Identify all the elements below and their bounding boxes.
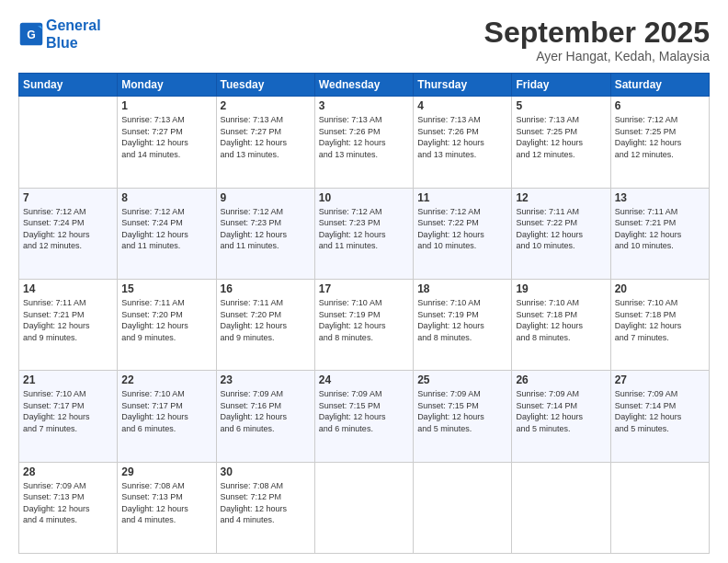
cell-info: Sunrise: 7:11 AM Sunset: 7:20 PM Dayligh… (221, 297, 311, 343)
day-number: 19 (516, 282, 606, 295)
col-header-saturday: Saturday (610, 74, 709, 97)
calendar-cell: 26Sunrise: 7:09 AM Sunset: 7:14 PM Dayli… (512, 371, 610, 462)
calendar-cell: 20Sunrise: 7:10 AM Sunset: 7:18 PM Dayli… (610, 279, 709, 370)
day-number: 21 (23, 373, 113, 386)
cell-info: Sunrise: 7:13 AM Sunset: 7:27 PM Dayligh… (221, 114, 311, 160)
day-number: 13 (615, 191, 705, 204)
calendar-cell: 15Sunrise: 7:11 AM Sunset: 7:20 PM Dayli… (118, 279, 216, 370)
cell-info: Sunrise: 7:09 AM Sunset: 7:14 PM Dayligh… (615, 388, 705, 434)
calendar-week-row: 28Sunrise: 7:09 AM Sunset: 7:13 PM Dayli… (19, 462, 710, 553)
calendar-cell: 30Sunrise: 7:08 AM Sunset: 7:12 PM Dayli… (216, 462, 314, 553)
calendar-cell (610, 462, 709, 553)
calendar-cell: 24Sunrise: 7:09 AM Sunset: 7:15 PM Dayli… (314, 371, 413, 462)
logo: G General Blue (18, 17, 101, 52)
page: G General Blue September 2025 Ayer Hanga… (0, 0, 728, 563)
cell-info: Sunrise: 7:12 AM Sunset: 7:23 PM Dayligh… (221, 206, 311, 252)
header: G General Blue September 2025 Ayer Hanga… (18, 17, 710, 63)
calendar-cell (414, 462, 512, 553)
day-number: 17 (319, 282, 409, 295)
day-number: 26 (516, 373, 606, 386)
cell-info: Sunrise: 7:12 AM Sunset: 7:25 PM Dayligh… (615, 114, 705, 160)
day-number: 27 (615, 373, 705, 386)
day-number: 8 (121, 191, 211, 204)
cell-info: Sunrise: 7:12 AM Sunset: 7:22 PM Dayligh… (417, 206, 507, 252)
calendar-cell (19, 97, 118, 188)
cell-info: Sunrise: 7:12 AM Sunset: 7:24 PM Dayligh… (121, 206, 211, 252)
calendar-header-row: SundayMondayTuesdayWednesdayThursdayFrid… (19, 74, 710, 97)
calendar-cell: 14Sunrise: 7:11 AM Sunset: 7:21 PM Dayli… (19, 279, 118, 370)
cell-info: Sunrise: 7:10 AM Sunset: 7:18 PM Dayligh… (516, 297, 606, 343)
cell-info: Sunrise: 7:12 AM Sunset: 7:23 PM Dayligh… (319, 206, 409, 252)
cell-info: Sunrise: 7:11 AM Sunset: 7:20 PM Dayligh… (121, 297, 211, 343)
logo-icon: G (18, 21, 44, 47)
col-header-monday: Monday (118, 74, 216, 97)
day-number: 20 (615, 282, 705, 295)
location: Ayer Hangat, Kedah, Malaysia (484, 49, 710, 63)
calendar-cell: 1Sunrise: 7:13 AM Sunset: 7:27 PM Daylig… (118, 97, 216, 188)
day-number: 5 (516, 99, 606, 112)
col-header-wednesday: Wednesday (314, 74, 413, 97)
day-number: 7 (23, 191, 113, 204)
calendar-cell: 2Sunrise: 7:13 AM Sunset: 7:27 PM Daylig… (216, 97, 314, 188)
cell-info: Sunrise: 7:08 AM Sunset: 7:13 PM Dayligh… (121, 480, 211, 526)
calendar-cell: 13Sunrise: 7:11 AM Sunset: 7:21 PM Dayli… (610, 188, 709, 279)
cell-info: Sunrise: 7:13 AM Sunset: 7:27 PM Dayligh… (121, 114, 211, 160)
calendar-cell: 7Sunrise: 7:12 AM Sunset: 7:24 PM Daylig… (19, 188, 118, 279)
cell-info: Sunrise: 7:08 AM Sunset: 7:12 PM Dayligh… (221, 480, 311, 526)
cell-info: Sunrise: 7:12 AM Sunset: 7:24 PM Dayligh… (23, 206, 113, 252)
calendar-cell: 4Sunrise: 7:13 AM Sunset: 7:26 PM Daylig… (414, 97, 512, 188)
day-number: 12 (516, 191, 606, 204)
day-number: 15 (121, 282, 211, 295)
day-number: 2 (221, 99, 311, 112)
cell-info: Sunrise: 7:09 AM Sunset: 7:15 PM Dayligh… (417, 388, 507, 434)
day-number: 14 (23, 282, 113, 295)
cell-info: Sunrise: 7:10 AM Sunset: 7:19 PM Dayligh… (319, 297, 409, 343)
cell-info: Sunrise: 7:09 AM Sunset: 7:16 PM Dayligh… (221, 388, 311, 434)
day-number: 22 (121, 373, 211, 386)
calendar-cell: 11Sunrise: 7:12 AM Sunset: 7:22 PM Dayli… (414, 188, 512, 279)
col-header-sunday: Sunday (19, 74, 118, 97)
day-number: 9 (221, 191, 311, 204)
calendar-cell: 16Sunrise: 7:11 AM Sunset: 7:20 PM Dayli… (216, 279, 314, 370)
cell-info: Sunrise: 7:09 AM Sunset: 7:15 PM Dayligh… (319, 388, 409, 434)
svg-text:G: G (27, 29, 36, 41)
logo-general: General (46, 17, 101, 33)
day-number: 11 (417, 191, 507, 204)
calendar-cell: 12Sunrise: 7:11 AM Sunset: 7:22 PM Dayli… (512, 188, 610, 279)
calendar-cell: 27Sunrise: 7:09 AM Sunset: 7:14 PM Dayli… (610, 371, 709, 462)
title-block: September 2025 Ayer Hangat, Kedah, Malay… (484, 17, 710, 63)
calendar-cell: 22Sunrise: 7:10 AM Sunset: 7:17 PM Dayli… (118, 371, 216, 462)
calendar-week-row: 7Sunrise: 7:12 AM Sunset: 7:24 PM Daylig… (19, 188, 710, 279)
cell-info: Sunrise: 7:10 AM Sunset: 7:18 PM Dayligh… (615, 297, 705, 343)
cell-info: Sunrise: 7:11 AM Sunset: 7:22 PM Dayligh… (516, 206, 606, 252)
day-number: 1 (121, 99, 211, 112)
calendar-cell: 6Sunrise: 7:12 AM Sunset: 7:25 PM Daylig… (610, 97, 709, 188)
day-number: 24 (319, 373, 409, 386)
cell-info: Sunrise: 7:13 AM Sunset: 7:26 PM Dayligh… (417, 114, 507, 160)
calendar-cell: 28Sunrise: 7:09 AM Sunset: 7:13 PM Dayli… (19, 462, 118, 553)
day-number: 16 (221, 282, 311, 295)
calendar-week-row: 21Sunrise: 7:10 AM Sunset: 7:17 PM Dayli… (19, 371, 710, 462)
day-number: 4 (417, 99, 507, 112)
calendar-cell: 25Sunrise: 7:09 AM Sunset: 7:15 PM Dayli… (414, 371, 512, 462)
col-header-thursday: Thursday (414, 74, 512, 97)
cell-info: Sunrise: 7:10 AM Sunset: 7:19 PM Dayligh… (417, 297, 507, 343)
calendar-week-row: 1Sunrise: 7:13 AM Sunset: 7:27 PM Daylig… (19, 97, 710, 188)
calendar-cell: 21Sunrise: 7:10 AM Sunset: 7:17 PM Dayli… (19, 371, 118, 462)
cell-info: Sunrise: 7:11 AM Sunset: 7:21 PM Dayligh… (615, 206, 705, 252)
day-number: 30 (221, 465, 311, 478)
day-number: 6 (615, 99, 705, 112)
calendar-cell: 10Sunrise: 7:12 AM Sunset: 7:23 PM Dayli… (314, 188, 413, 279)
col-header-friday: Friday (512, 74, 610, 97)
calendar-cell: 29Sunrise: 7:08 AM Sunset: 7:13 PM Dayli… (118, 462, 216, 553)
month-title: September 2025 (484, 17, 710, 49)
day-number: 25 (417, 373, 507, 386)
day-number: 3 (319, 99, 409, 112)
cell-info: Sunrise: 7:13 AM Sunset: 7:25 PM Dayligh… (516, 114, 606, 160)
calendar-week-row: 14Sunrise: 7:11 AM Sunset: 7:21 PM Dayli… (19, 279, 710, 370)
calendar-cell: 17Sunrise: 7:10 AM Sunset: 7:19 PM Dayli… (314, 279, 413, 370)
cell-info: Sunrise: 7:10 AM Sunset: 7:17 PM Dayligh… (23, 388, 113, 434)
day-number: 18 (417, 282, 507, 295)
cell-info: Sunrise: 7:10 AM Sunset: 7:17 PM Dayligh… (121, 388, 211, 434)
day-number: 23 (221, 373, 311, 386)
